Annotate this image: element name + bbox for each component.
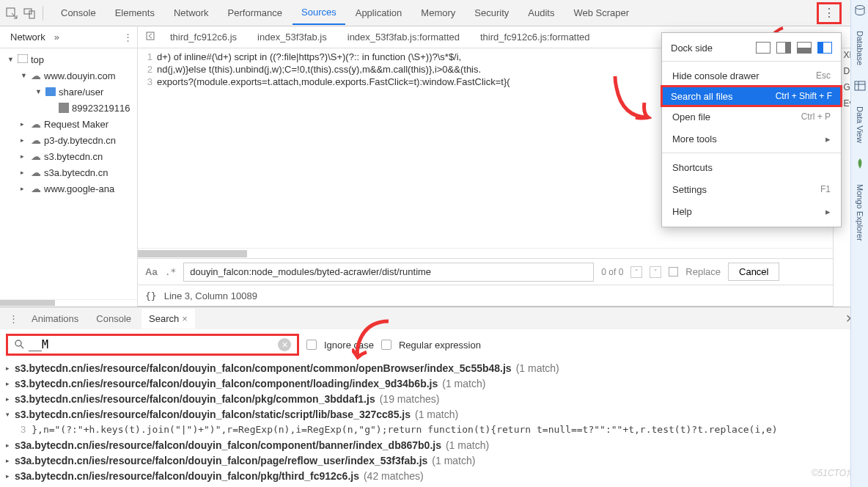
sidebar-tab-network[interactable]: Network: [4, 29, 51, 45]
menu-help[interactable]: Help: [662, 200, 841, 222]
menu-shortcuts[interactable]: Shortcuts: [662, 156, 841, 178]
result-code-line[interactable]: 3},n="(?:"+h.keys(t).join("|")+")",r=Reg…: [6, 422, 862, 437]
mongo-icon[interactable]: [854, 158, 866, 169]
tab-memory[interactable]: Memory: [412, 1, 464, 24]
drawer-tab-console[interactable]: Console: [89, 309, 139, 329]
search-input[interactable]: [29, 338, 278, 351]
tree-label: Request Maker: [44, 119, 108, 130]
file-tab[interactable]: third_fc912c6.js: [160, 27, 247, 47]
drawer-tab-animations[interactable]: Animations: [24, 309, 86, 329]
sidebar-header: Network » ⋮: [0, 26, 137, 48]
tab-sources[interactable]: Sources: [293, 1, 345, 25]
result-row[interactable]: ▾s3.bytecdn.cn/ies/resource/falcon/douyi…: [6, 406, 862, 422]
drawer-tabs: ⋮ Animations Console Search× ✕: [0, 307, 868, 329]
tree-item[interactable]: 89923219116: [0, 100, 137, 116]
result-row[interactable]: ▸s3a.bytecdn.cn/ies/resource/falcon/douy…: [6, 453, 862, 468]
folder-icon: [45, 87, 56, 96]
pretty-print-icon[interactable]: {}: [145, 290, 157, 301]
nav-back-icon[interactable]: [142, 28, 158, 46]
file-tab[interactable]: third_fc912c6.js:formatted: [470, 27, 600, 47]
tree-label: 89923219116: [72, 103, 130, 114]
tab-application[interactable]: Application: [347, 1, 411, 24]
dataview-icon[interactable]: [854, 80, 866, 92]
menu-hide-drawer[interactable]: Hide console drawerEsc: [662, 65, 841, 87]
tab-performance[interactable]: Performance: [219, 1, 291, 24]
search-results: ▸s3.bytecdn.cn/ies/resource/falcon/douyi…: [0, 360, 868, 483]
tab-elements[interactable]: Elements: [106, 1, 163, 24]
file-tab[interactable]: index_53f3fab.js:formatted: [337, 27, 470, 47]
regex-toggle[interactable]: .*: [165, 266, 177, 277]
find-bar: Aa .* 0 of 0 ˄ ˅ Replace Cancel: [138, 258, 868, 285]
result-row[interactable]: ▸s3.bytecdn.cn/ies/resource/falcon/douyi…: [6, 376, 862, 391]
close-tab-icon[interactable]: ×: [182, 313, 188, 324]
tree-item[interactable]: ▸☁p3-dy.bytecdn.cn: [0, 132, 137, 148]
tab-audits[interactable]: Audits: [519, 1, 563, 24]
svg-point-7: [856, 6, 864, 10]
result-row[interactable]: ▸s3.bytecdn.cn/ies/resource/falcon/douyi…: [6, 391, 862, 406]
cloud-icon: ☁: [31, 166, 41, 178]
dock-label: Dock side: [671, 43, 713, 54]
code-lines: d+) of inline#(\d+) script in ((?:file|h…: [157, 51, 510, 245]
device-icon[interactable]: [21, 4, 38, 22]
match-case-toggle[interactable]: Aa: [145, 266, 158, 277]
search-icon: [14, 339, 24, 351]
chevron-right-icon[interactable]: »: [54, 32, 59, 43]
cloud-icon: ☁: [31, 183, 41, 194]
menu-open-file[interactable]: Open fileCtrl + P: [662, 106, 841, 128]
ide-right-sidebar: Database Data View Mongo Explorer: [850, 0, 868, 487]
svg-point-5: [15, 340, 21, 346]
cloud-icon: ☁: [31, 118, 41, 130]
menu-more-tools[interactable]: More tools: [662, 128, 841, 150]
tab-console[interactable]: Console: [52, 1, 105, 24]
prev-match-icon[interactable]: ˄: [630, 266, 642, 278]
dock-right-icon[interactable]: [817, 42, 832, 54]
dock-left-icon[interactable]: [776, 42, 791, 54]
find-input[interactable]: [183, 263, 594, 282]
replace-checkbox[interactable]: [669, 267, 678, 277]
drawer-tab-search[interactable]: Search×: [141, 309, 195, 329]
tab-security[interactable]: Security: [466, 1, 518, 24]
file-tree: ▼top▼☁www.douyin.com▼share/user899232191…: [0, 48, 137, 299]
tree-item[interactable]: ▸☁Request Maker: [0, 116, 137, 132]
file-icon: [59, 103, 69, 113]
sidebar-scrollbar[interactable]: [0, 299, 137, 307]
menu-settings[interactable]: SettingsF1: [662, 178, 841, 200]
dock-side-row: Dock side: [662, 37, 841, 58]
tab-network[interactable]: Network: [165, 1, 218, 24]
result-row[interactable]: ▸s3a.bytecdn.cn/ies/resource/falcon/douy…: [6, 437, 862, 453]
regex-label: Regular expression: [399, 340, 481, 351]
clear-search-icon[interactable]: ✕: [278, 338, 291, 351]
sources-sidebar: Network » ⋮ ▼top▼☁www.douyin.com▼share/u…: [0, 26, 138, 307]
tree-item[interactable]: ▸☁s3a.bytecdn.cn: [0, 164, 137, 180]
tab-web-scraper[interactable]: Web Scraper: [564, 1, 638, 24]
cloud-icon: ☁: [31, 70, 41, 81]
drawer-menu-icon[interactable]: ⋮: [6, 310, 21, 327]
tree-item[interactable]: ▼top: [0, 51, 137, 67]
dock-bottom-icon[interactable]: [797, 42, 812, 54]
editor-h-scrollbar[interactable]: [138, 248, 868, 258]
tree-item[interactable]: ▼☁www.douyin.com: [0, 67, 137, 84]
rsb-dataview[interactable]: Data View: [856, 106, 864, 143]
ignore-case-checkbox[interactable]: [306, 340, 317, 350]
inspect-icon[interactable]: [3, 4, 21, 22]
svg-rect-8: [855, 81, 865, 90]
dock-undock-icon[interactable]: [756, 42, 770, 54]
sidebar-menu-icon[interactable]: ⋮: [123, 32, 133, 43]
database-icon[interactable]: [854, 4, 866, 16]
search-row: ✕ Ignore case Regular expression: [0, 329, 868, 360]
next-match-icon[interactable]: ˅: [650, 266, 661, 278]
tree-item[interactable]: ▼share/user: [0, 84, 137, 100]
file-tab[interactable]: index_53f3fab.js: [247, 27, 337, 47]
tree-item[interactable]: ▸☁www.google-ana: [0, 180, 137, 197]
annotation-arrow-3: [352, 317, 403, 361]
rsb-mongo[interactable]: Mongo Explorer: [856, 184, 864, 241]
kebab-highlight: ⋮: [817, 2, 842, 24]
tree-item[interactable]: ▸☁s3.bytecdn.cn: [0, 148, 137, 164]
rsb-database[interactable]: Database: [856, 31, 864, 65]
tree-label: www.douyin.com: [44, 70, 116, 81]
result-row[interactable]: ▸s3.bytecdn.cn/ies/resource/falcon/douyi…: [6, 360, 862, 376]
result-row[interactable]: ▸s3a.bytecdn.cn/ies/resource/falcon/douy…: [6, 468, 862, 483]
cancel-button[interactable]: Cancel: [728, 263, 779, 281]
menu-search-all-files[interactable]: Search all filesCtrl + Shift + F: [661, 85, 842, 107]
menu-kebab-icon[interactable]: ⋮: [822, 6, 836, 21]
